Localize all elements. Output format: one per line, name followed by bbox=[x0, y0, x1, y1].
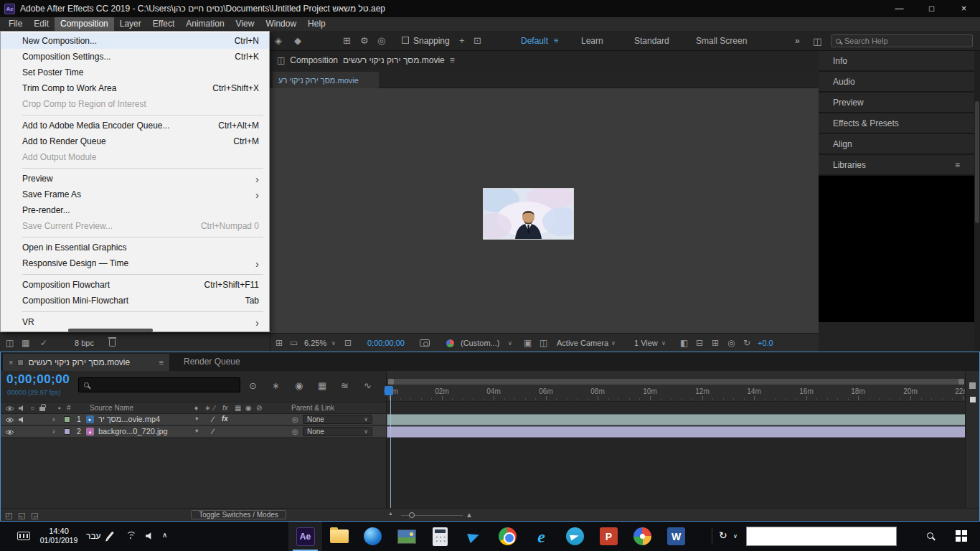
menu-item-vr[interactable]: VR bbox=[1, 314, 269, 330]
taskbar-app-after-effects[interactable]: Ae bbox=[288, 522, 322, 551]
workspace-default[interactable]: Default bbox=[521, 36, 548, 46]
magnification-arrow-icon[interactable]: ∨ bbox=[331, 340, 336, 347]
layer-row-1[interactable]: › 1 ▸ מסך יר...ovie.mp4 ♦ ∕ fx ◎ None ∨ bbox=[1, 414, 386, 425]
timeline-search-field[interactable] bbox=[78, 377, 240, 392]
parent-dropdown[interactable]: None ∨ bbox=[303, 427, 372, 436]
layer-source-name[interactable]: backgro...0_720.jpg bbox=[98, 427, 168, 435]
pixel-aspect-icon[interactable]: ◧ bbox=[680, 338, 688, 348]
channel-arrow-icon[interactable]: ∨ bbox=[508, 340, 512, 347]
parent-dropdown[interactable]: None ∨ bbox=[303, 415, 372, 424]
taskbar-app-browser[interactable] bbox=[356, 522, 390, 551]
eye-icon[interactable] bbox=[5, 429, 14, 435]
timeline-ruler-area[interactable]: 00m 02m 04m 06m 08m 10m 12m 14m 16m 18m … bbox=[386, 371, 966, 402]
taskbar-search-icon[interactable] bbox=[927, 532, 933, 539]
audio-icon[interactable] bbox=[18, 416, 25, 423]
menu-item-new-composition[interactable]: New Composition... Ctrl+N bbox=[1, 33, 269, 49]
panel-menu-icon[interactable]: ≡ bbox=[450, 55, 455, 65]
timeline-button-icon[interactable]: ⊞ bbox=[712, 338, 719, 348]
menu-item-responsive-design-time[interactable]: Responsive Design — Time bbox=[1, 255, 269, 271]
taskbar-app-photos[interactable] bbox=[626, 522, 659, 551]
toggle-switches-modes-button[interactable]: Toggle Switches / Modes bbox=[191, 510, 286, 519]
composition-panel-tab[interactable]: ◫ Composition מסך ירוק ניקוי רעשים.movie… bbox=[270, 51, 819, 70]
menu-item-composition-mini-flowchart[interactable]: Composition Mini-Flowchart Tab bbox=[1, 293, 269, 309]
menu-composition[interactable]: Composition bbox=[55, 17, 114, 31]
menu-item-pre-render[interactable]: Pre-render... bbox=[1, 202, 269, 218]
workspace-learn[interactable]: Learn bbox=[581, 36, 603, 46]
taskbar-app-chrome[interactable] bbox=[491, 522, 524, 551]
project-horizontal-scrollbar[interactable] bbox=[68, 329, 153, 332]
fast-previews-icon[interactable]: ⊟ bbox=[696, 338, 703, 348]
bit-depth-button[interactable]: 8 bpc bbox=[75, 339, 94, 347]
panel-tab-libraries[interactable]: Libraries ≡ bbox=[819, 155, 974, 176]
graph-editor-icon[interactable]: ∿ bbox=[364, 380, 372, 391]
snap-option-icon[interactable]: + bbox=[459, 35, 465, 46]
workspace-overflow-chevron[interactable]: » bbox=[795, 36, 800, 46]
work-area-bar[interactable] bbox=[388, 379, 964, 385]
quality-switch-icon[interactable]: ∕ bbox=[212, 415, 214, 423]
panel-tab-info[interactable]: Info bbox=[819, 51, 974, 72]
source-name-header[interactable]: Source Name bbox=[90, 404, 133, 412]
menu-file[interactable]: File bbox=[3, 17, 28, 31]
camera-tool-icon[interactable]: ⊞ bbox=[343, 35, 351, 46]
pan-behind-tool-icon[interactable]: ◎ bbox=[377, 35, 385, 46]
current-time-display[interactable]: 0;00;00;00 bbox=[6, 372, 70, 387]
panel-menu-icon[interactable]: ≡ bbox=[955, 160, 960, 170]
panel-tab-effects-presets[interactable]: Effects & Presets bbox=[819, 113, 974, 134]
tool-icon[interactable]: ◆ bbox=[294, 35, 301, 46]
layer-row-2[interactable]: › 2 ▴ backgro...0_720.jpg ♦ ∕ ◎ None ∨ bbox=[1, 426, 386, 438]
flowchart-button-icon[interactable]: ◎ bbox=[727, 338, 735, 348]
zoom-out-icon[interactable]: ▲ bbox=[388, 511, 393, 516]
parent-pickwhip-icon[interactable]: ◎ bbox=[292, 415, 298, 423]
eye-icon[interactable] bbox=[5, 417, 14, 423]
draft-3d-icon[interactable]: ∗ bbox=[272, 380, 280, 391]
always-preview-icon[interactable]: ⊞ bbox=[275, 338, 283, 348]
workspace-bar-icon[interactable]: ◫ bbox=[813, 36, 821, 47]
marker-bin-icon[interactable] bbox=[969, 382, 976, 389]
tool-icon[interactable]: ◈ bbox=[275, 35, 282, 46]
parent-link-header[interactable]: Parent & Link bbox=[291, 404, 334, 412]
menu-layer[interactable]: Layer bbox=[114, 17, 147, 31]
timeline-tab[interactable]: × מסך ירוק ניקוי רעשים.movie ≡ bbox=[3, 354, 169, 371]
menu-view[interactable]: View bbox=[230, 17, 260, 31]
expand-layer-switches-icon[interactable]: ◰ bbox=[5, 511, 12, 520]
taskbar-app-telegram[interactable] bbox=[558, 522, 592, 551]
panel-tab-audio[interactable]: Audio bbox=[819, 72, 974, 93]
taskbar-app-internet-explorer[interactable]: e bbox=[524, 522, 558, 551]
frame-blending-icon[interactable]: ▦ bbox=[318, 380, 326, 391]
menu-effect[interactable]: Effect bbox=[147, 17, 180, 31]
project-panel-icon[interactable]: ◫ bbox=[6, 338, 14, 348]
expand-in-out-icon[interactable]: ◲ bbox=[31, 511, 38, 520]
snap-option-icon[interactable]: ⊡ bbox=[473, 35, 481, 46]
scroll-top-icon[interactable] bbox=[970, 397, 976, 402]
layer-label-swatch[interactable] bbox=[64, 428, 70, 435]
workspace-menu-icon[interactable]: ≡ bbox=[554, 36, 558, 44]
viewer-tab[interactable]: מסך ירוק ניקוי רע.movie bbox=[273, 72, 379, 88]
taskbar-clock[interactable]: 14:40 01/01/2019 bbox=[36, 527, 82, 545]
snapshot-camera-icon[interactable] bbox=[420, 339, 430, 347]
menu-item-open-in-essential-graphics[interactable]: Open in Essential Graphics bbox=[1, 240, 269, 255]
mask-visibility-icon[interactable]: ◫ bbox=[540, 338, 547, 348]
right-scrollbar[interactable] bbox=[974, 51, 980, 352]
volume-icon[interactable] bbox=[145, 532, 154, 540]
main-viewer-icon[interactable]: ▭ bbox=[290, 338, 298, 348]
hide-shy-layers-icon[interactable]: ◉ bbox=[295, 380, 303, 391]
view-layout-dropdown[interactable]: 1 View bbox=[634, 339, 658, 347]
parent-pickwhip-icon[interactable]: ◎ bbox=[292, 428, 298, 435]
layer-1-duration-bar[interactable] bbox=[387, 414, 966, 425]
menu-item-add-to-adobe-media-encoder-queue[interactable]: Add to Adobe Media Encoder Queue... Ctrl… bbox=[1, 118, 269, 133]
view-arrow-icon[interactable]: ∨ bbox=[661, 340, 666, 347]
menu-help[interactable]: Help bbox=[302, 17, 331, 31]
menu-item-add-to-render-queue[interactable]: Add to Render Queue Ctrl+M bbox=[1, 133, 269, 149]
interpret-footage-icon[interactable]: ✓ bbox=[40, 338, 47, 348]
taskbar-app-calculator[interactable] bbox=[423, 522, 457, 551]
reset-exposure-icon[interactable]: ↻ bbox=[743, 338, 750, 348]
expand-arrow-icon[interactable]: › bbox=[52, 427, 55, 435]
menu-item-composition-flowchart[interactable]: Composition Flowchart Ctrl+Shift+F11 bbox=[1, 277, 269, 293]
scrollbar-thumb[interactable] bbox=[975, 101, 979, 223]
time-ruler[interactable]: 00m 02m 04m 06m 08m 10m 12m 14m 16m 18m … bbox=[387, 386, 966, 402]
comp-mini-flowchart-icon[interactable]: ⊙ bbox=[249, 380, 257, 391]
camera-arrow-icon[interactable]: ∨ bbox=[611, 340, 616, 347]
playhead-marker[interactable] bbox=[385, 386, 393, 395]
timeline-zoom-knob[interactable] bbox=[409, 512, 415, 518]
menu-window[interactable]: Window bbox=[260, 17, 302, 31]
